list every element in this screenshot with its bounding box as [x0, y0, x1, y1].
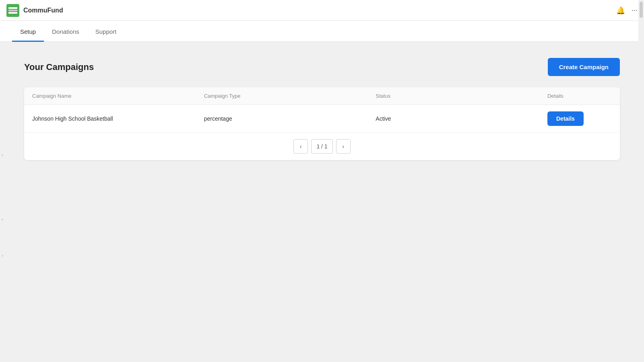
column-campaign-name: Campaign Name [32, 93, 204, 99]
cell-campaign-type: percentage [204, 115, 376, 122]
page-title: Your Campaigns [24, 62, 94, 72]
topbar-left: CommuFund [6, 4, 63, 17]
campaigns-table-card: Campaign Name Campaign Type Status Detai… [24, 87, 620, 160]
notification-icon[interactable]: 🔔 [616, 6, 625, 15]
page-header: Your Campaigns Create Campaign [24, 58, 620, 76]
app-name: CommuFund [23, 7, 63, 14]
app-logo [6, 4, 19, 17]
cell-status: Active [376, 115, 547, 122]
left-arrow-bot-icon: › [2, 253, 3, 258]
left-arrow-icon: › [2, 153, 3, 157]
column-status: Status [376, 93, 547, 99]
more-options-icon[interactable]: ··· [632, 6, 638, 14]
cell-campaign-name: Johnson High School Basketball [32, 115, 204, 122]
create-campaign-button[interactable]: Create Campaign [548, 58, 620, 76]
pagination: ‹ 1 / 1 › [24, 133, 620, 160]
page-info: 1 / 1 [311, 139, 332, 154]
scrollbar-track[interactable] [638, 0, 644, 362]
logo-line-1 [8, 7, 17, 9]
topbar-right: 🔔 ··· [616, 6, 638, 15]
left-handle-top[interactable]: › [0, 153, 5, 157]
next-page-button[interactable]: › [336, 139, 351, 154]
tab-setup[interactable]: Setup [12, 23, 44, 42]
prev-page-button[interactable]: ‹ [293, 139, 308, 154]
column-details: Details [547, 93, 612, 99]
column-campaign-type: Campaign Type [204, 93, 376, 99]
table-header: Campaign Name Campaign Type Status Detai… [24, 87, 620, 105]
table-row: Johnson High School Basketball percentag… [24, 105, 620, 133]
cell-details: Details [547, 111, 612, 126]
tab-donations[interactable]: Donations [44, 23, 87, 42]
scrollbar-thumb[interactable] [640, 2, 643, 18]
nav-tabs: Setup Donations Support [0, 21, 644, 42]
left-arrow-mid-icon: › [2, 217, 3, 222]
main-content: Your Campaigns Create Campaign Campaign … [0, 42, 644, 362]
details-button[interactable]: Details [547, 111, 584, 126]
left-handle-mid[interactable]: › [0, 217, 5, 222]
topbar: CommuFund 🔔 ··· [0, 0, 644, 21]
logo-line-2 [8, 10, 17, 11]
logo-line-3 [8, 12, 17, 14]
tab-support[interactable]: Support [87, 23, 125, 42]
left-handle-bot[interactable]: › [0, 253, 5, 258]
